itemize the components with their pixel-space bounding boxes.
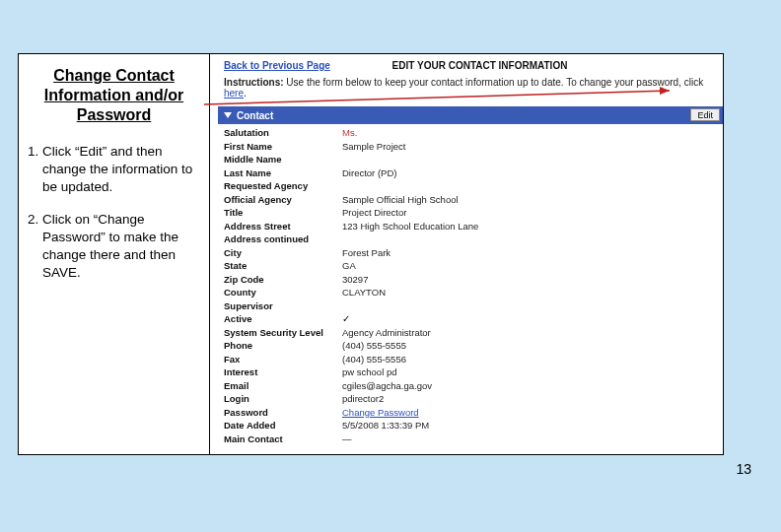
label-login: Login bbox=[224, 392, 342, 406]
value-supervisor bbox=[342, 299, 717, 313]
back-link[interactable]: Back to Previous Page bbox=[224, 60, 330, 71]
value-date-added: 5/5/2008 1:33:39 PM bbox=[342, 419, 717, 432]
label-city: City bbox=[224, 246, 342, 260]
value-email: cgiles@agcha.ga.gov bbox=[342, 379, 717, 393]
value-middle-name bbox=[342, 153, 717, 166]
label-middle-name: Middle Name bbox=[224, 153, 342, 166]
value-last-name: Director (PD) bbox=[342, 166, 717, 180]
label-supervisor: Supervisor bbox=[224, 299, 342, 313]
instructions-panel: Change Contact Information and/or Passwo… bbox=[19, 54, 210, 454]
label-state: State bbox=[224, 259, 342, 273]
step-2: Click on “Change Password” to make the c… bbox=[42, 211, 203, 283]
label-date-added: Date Added bbox=[224, 419, 342, 432]
label-county: County bbox=[224, 286, 342, 299]
contact-header: Contact Edit bbox=[218, 106, 723, 124]
value-first-name: Sample Project bbox=[342, 140, 717, 154]
value-address: 123 High School Education Lane bbox=[342, 220, 717, 233]
value-official-agency: Sample Official High School bbox=[342, 193, 717, 207]
value-login: pdirector2 bbox=[342, 392, 717, 406]
instructions-text: Instructions: Use the form below to keep… bbox=[218, 73, 723, 106]
label-interest: Interest bbox=[224, 366, 342, 379]
value-county: CLAYTON bbox=[342, 286, 717, 299]
label-last-name: Last Name bbox=[224, 166, 342, 180]
label-address2: Address continued bbox=[224, 233, 342, 246]
label-salutation: Salutation bbox=[224, 126, 342, 140]
value-interest: pw school pd bbox=[342, 366, 717, 379]
value-phone: (404) 555-5555 bbox=[342, 339, 717, 353]
label-email: Email bbox=[224, 379, 342, 393]
edit-button[interactable]: Edit bbox=[690, 108, 720, 121]
change-password-link[interactable]: Change Password bbox=[342, 406, 717, 420]
value-zip: 30297 bbox=[342, 273, 717, 287]
label-fax: Fax bbox=[224, 353, 342, 366]
panel-heading: Change Contact Information and/or Passwo… bbox=[25, 66, 203, 125]
value-security-level: Agency Administrator bbox=[342, 326, 717, 340]
value-title: Project Director bbox=[342, 206, 717, 220]
value-active: ✓ bbox=[342, 312, 717, 326]
here-link[interactable]: here bbox=[224, 88, 244, 99]
value-state: GA bbox=[342, 259, 717, 273]
value-salutation: Ms. bbox=[342, 126, 717, 140]
label-address: Address Street bbox=[224, 220, 342, 233]
label-active: Active bbox=[224, 312, 342, 326]
page-title: EDIT YOUR CONTACT INFORMATION bbox=[392, 60, 568, 71]
label-requested-agency: Requested Agency bbox=[224, 179, 342, 193]
step-1: Click “Edit” and then change the informa… bbox=[42, 143, 203, 197]
page-number: 13 bbox=[736, 461, 751, 477]
label-password: Password bbox=[224, 406, 342, 420]
label-official-agency: Official Agency bbox=[224, 193, 342, 207]
label-zip: Zip Code bbox=[224, 273, 342, 287]
value-address2 bbox=[342, 233, 717, 246]
value-main-contact: — bbox=[342, 432, 717, 446]
label-first-name: First Name bbox=[224, 140, 342, 154]
label-main-contact: Main Contact bbox=[224, 432, 342, 446]
value-city: Forest Park bbox=[342, 246, 717, 260]
value-requested-agency bbox=[342, 179, 717, 193]
chevron-down-icon bbox=[224, 112, 232, 118]
screenshot-panel: Back to Previous Page EDIT YOUR CONTACT … bbox=[218, 56, 723, 452]
label-security-level: System Security Level bbox=[224, 326, 342, 340]
label-title: Title bbox=[224, 206, 342, 220]
label-phone: Phone bbox=[224, 339, 342, 353]
value-fax: (404) 555-5556 bbox=[342, 353, 717, 366]
